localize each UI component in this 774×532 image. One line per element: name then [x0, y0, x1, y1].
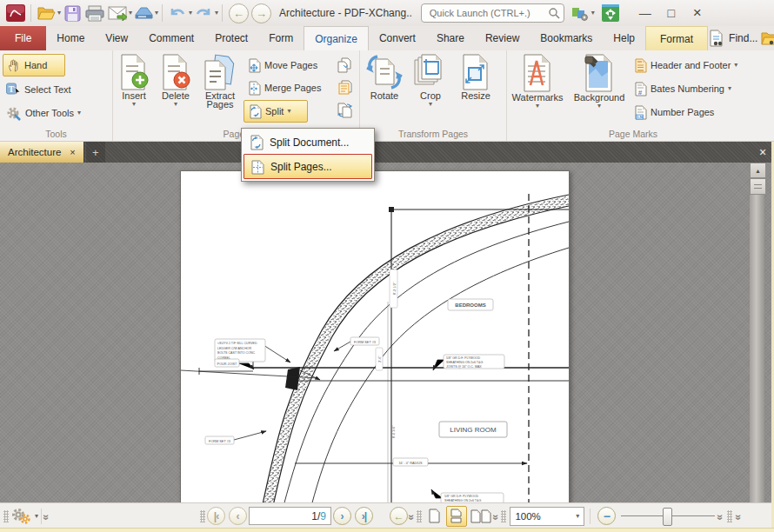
merge-pages-label: Merge Pages [264, 83, 321, 93]
quick-launch-box[interactable] [421, 3, 564, 23]
select-text-button[interactable]: T Select Text [3, 79, 110, 100]
scrollbar-thumb[interactable] [750, 178, 766, 195]
swap-pages-button[interactable] [336, 101, 353, 120]
ribbon-group-page-marks: Watermarks ▾ Background ▾ [507, 50, 759, 141]
more-views-icon[interactable]: » [405, 514, 417, 518]
hand-tool-button[interactable]: Hand [3, 54, 65, 76]
document-tab-architecture[interactable]: Architecture × [0, 142, 84, 163]
split-pages-icon [250, 159, 264, 175]
scroll-up-button[interactable]: ▲ [750, 163, 766, 178]
more-zoom-icon[interactable]: » [715, 514, 727, 518]
open-file-caret-icon[interactable]: ▾ [57, 10, 61, 17]
menu-item-split-document[interactable]: Split Document... [244, 130, 372, 154]
history-forward-button[interactable]: → [251, 3, 271, 23]
header-footer-button[interactable]: Header and Footer ▾ [631, 55, 741, 76]
email-caret-icon[interactable]: ▾ [129, 10, 132, 17]
tab-help[interactable]: Help [603, 26, 645, 50]
tab-format[interactable]: Format [645, 26, 708, 50]
document-tab-close-icon[interactable]: × [70, 147, 75, 157]
open-file-button[interactable] [36, 3, 57, 23]
duplicate-pages-button[interactable] [336, 56, 353, 75]
previous-page-button[interactable]: ‹ [229, 507, 247, 525]
close-button[interactable]: × [684, 3, 711, 23]
document-tab-bar: Architecture × + × [0, 142, 774, 163]
first-page-button[interactable]: |‹ [207, 507, 225, 525]
print-button[interactable] [84, 3, 105, 23]
options-caret-icon[interactable]: ▾ [35, 513, 38, 520]
new-tab-button[interactable]: + [86, 142, 105, 163]
bates-numbering-button[interactable]: # Bates Numbering ▾ [631, 78, 741, 99]
scanner-button[interactable] [133, 3, 154, 23]
minimize-button[interactable]: — [632, 3, 658, 23]
delete-pages-button[interactable]: Delete ▾ [155, 50, 197, 141]
replace-pages-button[interactable] [336, 78, 353, 97]
find-document-icon[interactable] [708, 30, 725, 47]
history-back-button[interactable]: ← [229, 3, 249, 23]
note-right-line3: JOISTS @ 16" O.C. MAX [446, 365, 482, 369]
move-pages-icon [247, 58, 261, 73]
single-page-view-button[interactable] [425, 507, 444, 526]
tab-convert[interactable]: Convert [369, 26, 426, 50]
find-label[interactable]: Find... [729, 32, 757, 44]
extract-pages-button[interactable]: Extract Pages [197, 50, 244, 141]
options-gears-icon[interactable] [10, 508, 33, 525]
zoom-out-button[interactable]: − [597, 507, 616, 525]
separator [162, 4, 163, 22]
tab-share[interactable]: Share [426, 26, 475, 50]
toolbar-drag-handle[interactable] [3, 510, 9, 522]
select-text-label: Select Text [24, 84, 71, 95]
rotate-label: Rotate [370, 90, 398, 101]
expand-statusbar-icon[interactable]: » [40, 514, 52, 518]
continuous-view-button[interactable] [446, 506, 467, 527]
overflow-icon[interactable]: » [732, 514, 744, 518]
zoom-slider-thumb[interactable] [663, 508, 672, 526]
redo-button[interactable] [193, 3, 214, 23]
fullscreen-button[interactable] [600, 3, 621, 23]
redo-caret-icon[interactable]: ▾ [215, 10, 218, 17]
watermarks-button[interactable]: Watermarks ▾ [507, 50, 568, 141]
document-canvas[interactable]: 8'-2 1/2" 2'-6" 8'-0 3/4" BEDROOMS LIVIN… [0, 163, 774, 502]
tab-comment[interactable]: Comment [138, 26, 204, 50]
undo-button[interactable] [167, 3, 188, 23]
tab-home[interactable]: Home [46, 26, 95, 50]
search-folder-icon[interactable] [761, 30, 774, 47]
more-layouts-icon[interactable]: » [490, 514, 502, 518]
other-tools-button[interactable]: Other Tools ▾ [3, 103, 110, 123]
scanner-caret-icon[interactable]: ▾ [155, 10, 158, 17]
nav-drag-handle[interactable] [200, 510, 205, 522]
tab-form[interactable]: Form [258, 26, 304, 50]
tab-view[interactable]: View [95, 26, 138, 50]
zoom-slider[interactable] [621, 508, 715, 524]
next-page-button[interactable]: › [333, 507, 351, 525]
tab-protect[interactable]: Protect [204, 26, 258, 50]
tab-review[interactable]: Review [475, 26, 530, 50]
save-button[interactable] [62, 3, 83, 23]
number-pages-label: Number Pages [651, 107, 714, 117]
ui-options-caret-icon[interactable]: ▾ [591, 10, 595, 17]
tab-bookmarks[interactable]: Bookmarks [530, 26, 603, 50]
merge-pages-button[interactable]: Merge Pages [244, 77, 336, 98]
crop-pages-button[interactable]: Crop ▾ [409, 50, 452, 141]
zoom-level-combo[interactable]: 100% ▾ [510, 507, 584, 526]
tab-organize[interactable]: Organize [304, 26, 369, 51]
split-button[interactable]: Split ▾ [244, 100, 308, 123]
number-pages-button[interactable]: 1.N Number Pages [631, 102, 741, 123]
bates-caret-icon: ▾ [728, 85, 731, 92]
tab-file[interactable]: File [0, 26, 46, 50]
vertical-scrollbar[interactable]: ▲ [750, 163, 764, 502]
resize-pages-button[interactable]: Resize [452, 50, 499, 141]
right-drag-handle[interactable] [727, 510, 732, 522]
email-button[interactable] [107, 3, 128, 23]
last-page-button[interactable]: ›| [355, 507, 373, 525]
ui-options-button[interactable] [570, 3, 591, 23]
split-document-icon [249, 135, 264, 150]
insert-pages-button[interactable]: Insert ▾ [113, 50, 155, 141]
background-icon [583, 54, 616, 92]
page-number-box[interactable]: 1 / 9 [249, 507, 331, 525]
background-button[interactable]: Background ▾ [568, 50, 631, 141]
maximize-button[interactable]: □ [658, 3, 684, 23]
quick-launch-input[interactable] [428, 7, 548, 19]
menu-item-split-pages[interactable]: Split Pages... [244, 154, 372, 179]
move-pages-button[interactable]: Move Pages [244, 55, 336, 76]
undo-caret-icon[interactable]: ▾ [189, 10, 192, 17]
